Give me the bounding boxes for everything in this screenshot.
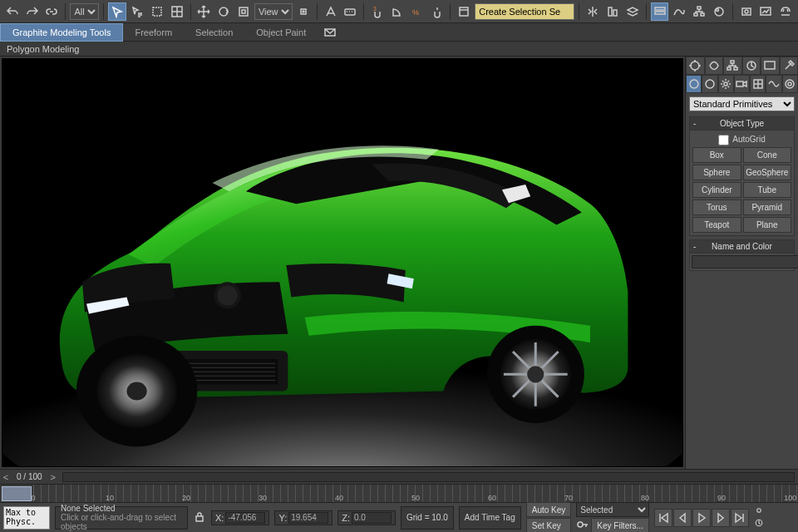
prim-box[interactable]: Box xyxy=(692,147,741,163)
select-scale-icon[interactable] xyxy=(234,2,253,21)
key-icon[interactable] xyxy=(576,518,589,532)
tab-selection[interactable]: Selection xyxy=(184,23,244,42)
key-mode-dropdown[interactable]: Selected xyxy=(576,502,649,517)
setkey-button[interactable]: Set Key xyxy=(526,518,572,532)
timeline-scrollbar[interactable] xyxy=(62,472,795,482)
autokey-button[interactable]: Auto Key xyxy=(526,502,572,517)
align-icon[interactable] xyxy=(603,2,622,21)
category-dropdown[interactable]: Standard Primitives xyxy=(689,96,795,111)
rectangular-region-icon[interactable] xyxy=(148,2,166,21)
schematic-view-icon[interactable] xyxy=(690,2,708,21)
svg-point-50 xyxy=(691,62,699,70)
keyboard-shortcut-icon[interactable] xyxy=(342,2,360,21)
curve-editor-icon[interactable] xyxy=(670,2,688,21)
coord-x-input[interactable] xyxy=(225,512,265,524)
time-slider-handle[interactable] xyxy=(2,486,32,501)
svg-point-4 xyxy=(219,7,228,16)
select-object-icon[interactable] xyxy=(108,2,126,21)
key-filters-button[interactable]: Key Filters... xyxy=(591,518,649,532)
maxscript-listener[interactable]: Max to Physc. xyxy=(3,506,50,530)
time-slider[interactable]: 0 10 20 30 40 50 60 70 80 90 100 xyxy=(0,484,798,502)
coord-z-input[interactable] xyxy=(352,512,392,524)
systems-icon[interactable] xyxy=(782,75,798,93)
add-time-tag[interactable]: Add Time Tag xyxy=(459,506,521,530)
prim-cylinder[interactable]: Cylinder xyxy=(692,182,741,198)
next-frame-icon[interactable] xyxy=(712,509,730,527)
prim-torus[interactable]: Torus xyxy=(692,200,741,215)
coord-y: Y: xyxy=(274,510,332,525)
select-manipulate-icon[interactable] xyxy=(322,2,340,21)
rendered-frame-icon[interactable] xyxy=(757,2,776,21)
tab-freeform[interactable]: Freeform xyxy=(123,23,184,42)
geometry-icon[interactable] xyxy=(686,75,702,93)
viewport[interactable] xyxy=(2,58,683,467)
goto-end-icon[interactable] xyxy=(731,509,749,527)
prim-tube[interactable]: Tube xyxy=(743,182,792,198)
select-rotate-icon[interactable] xyxy=(214,2,233,21)
helpers-icon[interactable] xyxy=(750,75,766,93)
play-icon[interactable] xyxy=(692,509,711,527)
edit-named-sel-icon[interactable] xyxy=(455,2,473,21)
autogrid-checkbox[interactable]: AutoGrid xyxy=(692,133,791,147)
lock-selection-icon[interactable] xyxy=(193,510,206,525)
window-crossing-icon[interactable] xyxy=(168,2,186,21)
timeline-left-icon[interactable]: < xyxy=(0,471,12,483)
prim-sphere[interactable]: Sphere xyxy=(692,165,741,180)
render-setup-icon[interactable] xyxy=(737,2,756,21)
angle-snap-icon[interactable] xyxy=(388,2,406,21)
time-config-icon[interactable] xyxy=(754,518,772,530)
modify-tab-icon[interactable] xyxy=(705,57,724,75)
prim-geosphere[interactable]: GeoSphere xyxy=(743,165,792,180)
percent-snap-icon[interactable]: % xyxy=(408,2,426,21)
redo-icon[interactable] xyxy=(23,2,42,21)
use-center-icon[interactable] xyxy=(294,2,313,21)
goto-start-icon[interactable] xyxy=(654,509,672,527)
display-tab-icon[interactable] xyxy=(761,57,780,75)
filter-dropdown[interactable]: All xyxy=(70,3,99,20)
prim-pyramid[interactable]: Pyramid xyxy=(743,200,792,215)
cameras-icon[interactable] xyxy=(734,75,750,93)
create-tab-icon[interactable] xyxy=(686,57,705,75)
tab-object-paint[interactable]: Object Paint xyxy=(244,23,318,42)
tick-90: 90 xyxy=(717,494,726,502)
svg-rect-21 xyxy=(694,13,697,16)
tick-40: 40 xyxy=(335,494,343,502)
select-move-icon[interactable] xyxy=(195,2,214,21)
mirror-icon[interactable] xyxy=(584,2,602,21)
selection-status: None Selected xyxy=(61,504,182,513)
timeline-right-icon[interactable]: > xyxy=(47,471,59,483)
prev-frame-icon[interactable] xyxy=(673,509,692,527)
link-icon[interactable] xyxy=(43,2,62,21)
tick-30: 30 xyxy=(259,494,267,502)
refcoord-dropdown[interactable]: View xyxy=(254,3,293,20)
named-selection-input[interactable] xyxy=(475,3,574,20)
lights-icon[interactable] xyxy=(718,75,734,93)
coord-y-input[interactable] xyxy=(288,512,328,524)
svg-point-57 xyxy=(706,80,714,88)
subribbon[interactable]: Polygon Modeling xyxy=(0,42,798,57)
prim-cone[interactable]: Cone xyxy=(743,147,792,163)
undo-icon[interactable] xyxy=(3,2,22,21)
hierarchy-tab-icon[interactable] xyxy=(723,57,742,75)
tab-graphite-modeling[interactable]: Graphite Modeling Tools xyxy=(0,23,123,42)
motion-tab-icon[interactable] xyxy=(742,57,761,75)
status-panel: None Selected Click or click-and-drag to… xyxy=(55,506,188,530)
material-editor-icon[interactable] xyxy=(710,2,728,21)
envelope-icon[interactable] xyxy=(321,25,339,40)
prim-teapot[interactable]: Teapot xyxy=(692,217,741,233)
shapes-icon[interactable] xyxy=(702,75,717,93)
spinner-snap-icon[interactable] xyxy=(428,2,446,21)
command-panel-tabs xyxy=(686,57,798,75)
object-name-input[interactable] xyxy=(692,255,798,268)
graphite-toggle-icon[interactable] xyxy=(651,2,669,21)
prim-plane[interactable]: Plane xyxy=(743,217,792,233)
render-icon[interactable] xyxy=(776,2,795,21)
spacewarps-icon[interactable] xyxy=(766,75,781,93)
object-type-header[interactable]: -Object Type xyxy=(690,117,794,131)
key-mode-toggle-icon[interactable] xyxy=(754,505,772,517)
snap-toggle-icon[interactable]: 3 xyxy=(368,2,387,21)
select-by-name-icon[interactable] xyxy=(128,2,146,21)
utilities-tab-icon[interactable] xyxy=(780,57,799,75)
layers-icon[interactable] xyxy=(623,2,642,21)
name-color-header[interactable]: -Name and Color xyxy=(690,240,794,254)
